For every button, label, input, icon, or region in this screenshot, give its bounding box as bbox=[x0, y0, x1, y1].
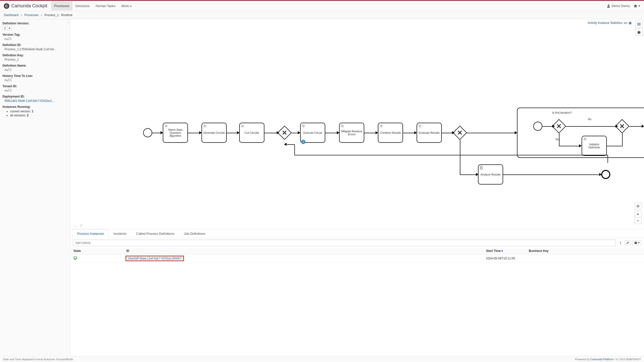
nav-decisions[interactable]: Decisions bbox=[72, 1, 93, 11]
tab-job-definitions[interactable]: Job Definitions bbox=[179, 229, 210, 238]
task-cut-circuits[interactable]: Cut Circuits bbox=[239, 123, 264, 143]
home-button[interactable] bbox=[634, 4, 640, 8]
token-badge: 1 bbox=[301, 140, 305, 144]
chevron-down-icon: ▾ bbox=[8, 26, 12, 30]
panel-maximize-icon[interactable]: ⤢ bbox=[80, 223, 83, 228]
col-business-key[interactable]: Business Key bbox=[526, 248, 644, 254]
deploy-id-link[interactable]: f58b1a81-0ba8-11ef-bdc7-0242ac1... bbox=[5, 99, 54, 103]
nav-more[interactable]: More bbox=[118, 1, 135, 11]
svg-point-5 bbox=[303, 125, 304, 126]
breadcrumb: Dashboard » Processes » Process_1 : Runt… bbox=[0, 11, 644, 19]
instance-start-time: 2024-05-06T15:11:05 bbox=[483, 254, 526, 262]
def-name-value: null bbox=[3, 68, 68, 72]
user-name: Demo Demo bbox=[612, 4, 630, 8]
sort-desc-icon: ▾ bbox=[501, 249, 503, 253]
task-analyze-results[interactable]: Analyze Results bbox=[478, 164, 503, 185]
user-menu[interactable]: Demo Demo bbox=[607, 4, 630, 8]
gear-icon bbox=[164, 124, 168, 128]
nav-processes[interactable]: Processes bbox=[51, 1, 72, 11]
version-select[interactable]: 2 ▾ bbox=[3, 26, 12, 30]
tab-incidents[interactable]: Incidents bbox=[109, 229, 131, 238]
footer: Date and Time displayed in local timezon… bbox=[0, 356, 644, 362]
chevron-down-icon bbox=[130, 6, 132, 7]
col-start-time[interactable]: Start Time▾ bbox=[483, 248, 526, 254]
svg-point-4 bbox=[242, 125, 243, 126]
col-state[interactable]: State bbox=[70, 248, 123, 254]
subprocess[interactable]: ✕ Is first iteration? Yes No Initialize … bbox=[517, 108, 644, 158]
gear-icon bbox=[302, 124, 305, 128]
home-icon bbox=[634, 4, 637, 8]
instance-id-link[interactable]: 18acfaff-0baa-11ef-bdc7-0242ac160007 bbox=[126, 256, 183, 260]
end-event-2[interactable] bbox=[601, 170, 610, 179]
instances-table: State ID Start Time▾ Business Key 18acfa… bbox=[70, 248, 644, 262]
navbar: C Camunda Cockpit Processes Decisions Hu… bbox=[0, 1, 644, 11]
httl-value: null bbox=[3, 78, 68, 82]
gear-icon bbox=[418, 124, 422, 128]
task-init-optimizer[interactable]: Initialize Optimizer bbox=[582, 136, 607, 156]
deploy-id-label: Deployment ID: bbox=[3, 95, 68, 98]
tab-process-instances[interactable]: Process Instances bbox=[72, 229, 109, 238]
svg-point-3 bbox=[204, 125, 205, 126]
task-evaluate-results[interactable]: Evaluate Results bbox=[417, 123, 442, 143]
gear-icon bbox=[379, 124, 383, 128]
version-tag-value: null bbox=[3, 37, 68, 41]
svg-point-6 bbox=[342, 125, 343, 126]
state-ok-icon bbox=[73, 256, 77, 260]
cond-question: Is first iteration? bbox=[552, 111, 572, 114]
sidebar-collapse-icon[interactable]: ‹ bbox=[68, 20, 69, 24]
instance-business-key bbox=[526, 254, 644, 262]
deploy-id-value: f58b1a81-0ba8-11ef-bdc7-0242ac1... bbox=[3, 99, 68, 103]
tab-called-process-definitions[interactable]: Called Process Definitions bbox=[131, 229, 179, 238]
version-tag-label: Version Tag: bbox=[3, 33, 68, 36]
breadcrumb-dashboard[interactable]: Dashboard bbox=[4, 13, 19, 17]
sp-start-event[interactable] bbox=[533, 122, 542, 131]
breadcrumb-current: Process_1 : Runtime bbox=[45, 13, 72, 17]
brand-text: Camunda Cockpit bbox=[11, 3, 47, 9]
gear-icon bbox=[341, 124, 344, 128]
nav-human-tasks[interactable]: Human Tasks bbox=[93, 1, 118, 11]
def-key-label: Definition Key: bbox=[3, 54, 68, 57]
gateway-1[interactable]: ✕ bbox=[277, 126, 292, 140]
panel-expand-icon[interactable]: ︿ bbox=[74, 223, 77, 228]
instance-count: 1 bbox=[618, 240, 623, 246]
task-combine-results[interactable]: Combine Results bbox=[378, 123, 403, 143]
instances-label: Instances Running: bbox=[3, 105, 68, 109]
def-key-value: Process_1 bbox=[3, 58, 68, 61]
instances-current: current version: 1 bbox=[10, 110, 68, 113]
link-icon bbox=[626, 241, 629, 244]
sidebar: ‹ Definition Version: 2 ▾ Version Tag:nu… bbox=[0, 19, 70, 357]
svg-point-8 bbox=[419, 125, 420, 126]
footer-powered-by: Powered by Camunda Platform / v7.19.0-SN… bbox=[575, 358, 641, 361]
copy-link-button[interactable] bbox=[624, 240, 631, 245]
start-event[interactable] bbox=[143, 128, 152, 137]
svg-point-9 bbox=[584, 138, 585, 140]
svg-point-7 bbox=[380, 125, 382, 126]
save-icon bbox=[634, 241, 637, 244]
criteria-input[interactable] bbox=[73, 240, 616, 246]
def-id-label: Definition ID: bbox=[3, 43, 68, 47]
tenant-value: null bbox=[3, 89, 68, 92]
chevron-down-icon bbox=[638, 6, 640, 7]
httl-label: History Time To Live: bbox=[3, 74, 68, 78]
gear-icon bbox=[241, 124, 244, 128]
svg-point-2 bbox=[165, 125, 167, 126]
gear-icon bbox=[583, 137, 587, 141]
breadcrumb-processes[interactable]: Processes bbox=[24, 13, 38, 17]
cond-no: No bbox=[588, 118, 591, 121]
task-warm-start[interactable]: Warm-Start Quantum Algorithm bbox=[163, 123, 188, 143]
footer-platform-link[interactable]: Camunda Platform bbox=[590, 358, 614, 361]
diagram-canvas[interactable]: Activity Instance Statistics: on + − War… bbox=[70, 19, 644, 229]
script-icon bbox=[479, 166, 483, 169]
save-query-button[interactable] bbox=[632, 240, 641, 245]
user-icon bbox=[607, 4, 610, 8]
instances-all: all versions: 2 bbox=[10, 114, 68, 117]
brand[interactable]: C Camunda Cockpit bbox=[4, 3, 47, 9]
def-name-label: Definition Name: bbox=[3, 64, 68, 67]
bottom-panel: Process Instances Incidents Called Proce… bbox=[70, 229, 644, 357]
col-id[interactable]: ID bbox=[123, 248, 483, 254]
task-generate-circuits[interactable]: Generate Circuits bbox=[202, 123, 227, 143]
gateway-2[interactable]: ✕ bbox=[453, 126, 467, 140]
tenant-label: Tenant ID: bbox=[3, 84, 68, 88]
task-mitigate-errors[interactable]: Mitigate Readout Errors bbox=[339, 123, 364, 143]
def-id-value: Process_1:2:f590e6e6-0ba8-11ef-bd... bbox=[3, 48, 68, 51]
